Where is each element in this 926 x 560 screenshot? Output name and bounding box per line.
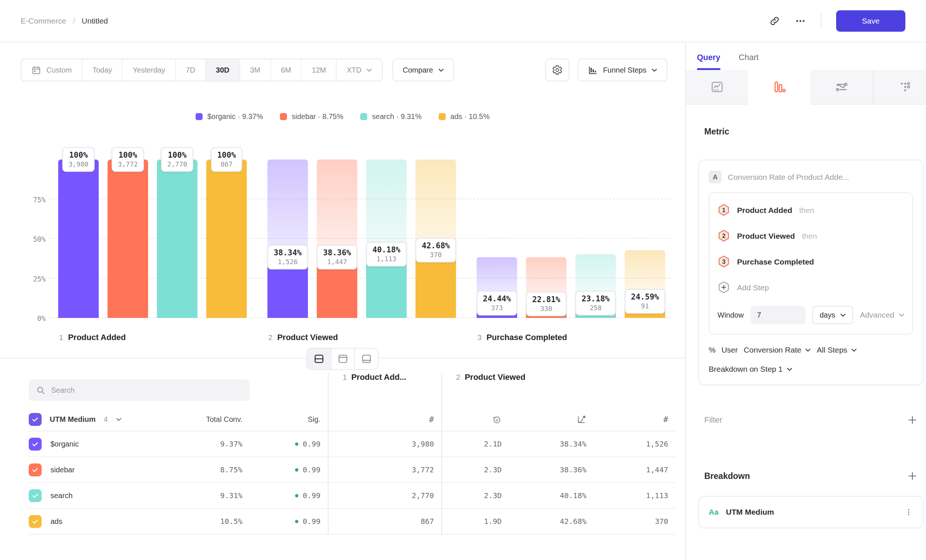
table-row-sidebar[interactable]: sidebar — [29, 457, 183, 483]
sig-column-header[interactable]: Sig. — [250, 408, 328, 431]
tab-query[interactable]: Query — [697, 53, 720, 70]
step-number: 1 — [59, 333, 64, 342]
legend-item-search[interactable]: search · 9.31% — [360, 112, 422, 121]
compare-button[interactable]: Compare — [392, 59, 454, 82]
funnel-bar-sidebar-step-1[interactable]: 100%3,772 — [107, 145, 148, 318]
date-range-button-xtd[interactable]: XTD — [336, 59, 382, 81]
table-row-organic[interactable]: $organic — [29, 431, 183, 457]
funnel-bar-search-step-3[interactable]: 23.18%258 — [575, 145, 616, 318]
breakdown-on-dropdown[interactable]: Breakdown on Step 1 — [709, 365, 792, 374]
date-range-button-7d[interactable]: 7D — [176, 59, 206, 81]
total-conv-column-header[interactable]: Total Conv. — [183, 408, 250, 431]
bar-percent: 23.18% — [582, 294, 610, 303]
bar-value-label: 24.59%91 — [625, 289, 665, 313]
funnel-bar-ads-step-2[interactable]: 42.68%370 — [416, 145, 456, 318]
step1-count-value: 3,980 — [328, 431, 441, 457]
funnel-bar-ads-step-1[interactable]: 100%867 — [206, 145, 247, 318]
window-value-input[interactable] — [750, 306, 806, 324]
add-step-hexagon-icon — [717, 281, 730, 294]
copy-link-button[interactable] — [769, 15, 780, 27]
chart-type-flows-tab[interactable] — [810, 70, 873, 104]
sig-number: 0.99 — [303, 491, 321, 500]
plus-icon — [907, 415, 917, 425]
row-label: $organic — [50, 440, 79, 448]
funnel-bar-ads-step-3[interactable]: 24.59%91 — [625, 145, 665, 318]
table-row-ads[interactable]: ads — [29, 509, 183, 534]
add-filter-button[interactable] — [907, 415, 917, 425]
table-step2-header: 2 Product Viewed — [441, 372, 676, 408]
funnel-bar-organic-step-3[interactable]: 24.44%373 — [477, 145, 517, 318]
step2-time-column-header[interactable] — [441, 408, 509, 431]
add-step-button[interactable]: Add Step — [717, 275, 904, 301]
row-checkbox[interactable] — [29, 438, 42, 451]
chart-type-funnel-tab[interactable] — [748, 70, 810, 104]
ellipsis-icon — [795, 15, 806, 27]
total-conv-value: 8.75% — [183, 457, 250, 483]
bar-count: 91 — [631, 302, 659, 309]
window-unit-select[interactable]: days — [812, 306, 853, 324]
save-button[interactable]: Save — [836, 10, 905, 32]
add-breakdown-button[interactable] — [907, 471, 917, 481]
metric-step-3[interactable]: 3Purchase Completed — [717, 249, 904, 275]
metric-step-1[interactable]: 1Product Addedthen — [717, 197, 904, 223]
row-checkbox[interactable] — [29, 463, 42, 476]
measure-steps-dropdown[interactable]: All Steps — [817, 345, 857, 354]
measure-entity[interactable]: User — [722, 345, 738, 354]
breakdown-property-card[interactable]: Aa UTM Medium — [698, 496, 923, 528]
metric-title-row[interactable]: A Conversion Rate of Product Adde... — [709, 171, 913, 183]
date-range-button-30d[interactable]: 30D — [205, 59, 239, 81]
funnel-bar-organic-step-1[interactable]: 100%3,980 — [58, 145, 99, 318]
bar-percent: 24.44% — [483, 294, 511, 303]
table-group-header[interactable]: UTM Medium 4 — [29, 408, 183, 431]
advanced-toggle[interactable]: Advanced — [860, 310, 904, 319]
metric-step-2[interactable]: 2Product Viewedthen — [717, 223, 904, 249]
tab-chart[interactable]: Chart — [739, 53, 759, 70]
breakdown-options-button[interactable] — [904, 508, 913, 516]
legend-item-ads[interactable]: ads · 10.5% — [439, 112, 490, 121]
layout-table-only-button[interactable] — [354, 348, 378, 369]
report-title[interactable]: Untitled — [82, 17, 108, 26]
date-range-button-12m[interactable]: 12M — [301, 59, 336, 81]
funnel-bar-sidebar-step-2[interactable]: 38.36%1,447 — [317, 145, 357, 318]
date-range-button-6m[interactable]: 6M — [270, 59, 301, 81]
step1-count-column-header[interactable]: # — [328, 408, 441, 431]
plus-icon — [907, 471, 917, 481]
date-range-button-today[interactable]: Today — [82, 59, 122, 81]
legend-swatch — [195, 113, 203, 120]
time-to-convert-icon — [492, 415, 502, 424]
layout-split-button[interactable] — [307, 348, 331, 369]
row-checkbox[interactable] — [29, 515, 42, 528]
more-menu-button[interactable] — [795, 15, 806, 27]
search-box[interactable] — [29, 380, 250, 401]
step2-rate-column-header[interactable] — [509, 408, 594, 431]
funnel-bar-search-step-2[interactable]: 40.18%1,113 — [366, 145, 407, 318]
chart-type-dropdown[interactable]: Funnel Steps — [578, 59, 667, 82]
legend-item-organic[interactable]: $organic · 9.37% — [195, 112, 263, 121]
window-unit-label: days — [820, 311, 835, 319]
date-range-button-3m[interactable]: 3M — [239, 59, 270, 81]
step2-count-column-header[interactable]: # — [594, 408, 676, 431]
measure-metric-dropdown[interactable]: Conversion Rate — [744, 345, 811, 354]
chart-settings-button[interactable] — [545, 59, 569, 82]
chart-type-retention-tab[interactable] — [873, 70, 926, 104]
funnel-bar-search-step-1[interactable]: 100%2,770 — [157, 145, 197, 318]
breadcrumb-project[interactable]: E-Commerce — [21, 17, 66, 26]
step1-count-value: 867 — [328, 509, 441, 534]
funnel-bar-organic-step-2[interactable]: 38.34%1,526 — [268, 145, 308, 318]
step2-time-value: 2.1D — [441, 431, 509, 457]
funnel-bar-sidebar-step-3[interactable]: 22.81%330 — [526, 145, 566, 318]
grid-dots-icon — [898, 80, 911, 94]
row-checkbox[interactable] — [29, 489, 42, 502]
layout-chart-only-button[interactable] — [331, 348, 354, 369]
bar-percent: 38.36% — [323, 248, 351, 257]
table-row-search[interactable]: search — [29, 483, 183, 509]
select-all-checkbox[interactable] — [29, 413, 42, 426]
chart-type-insights-tab[interactable] — [686, 70, 748, 104]
date-range-button-yesterday[interactable]: Yesterday — [122, 59, 175, 81]
kebab-icon — [904, 508, 913, 516]
search-input[interactable] — [51, 386, 242, 395]
chevron-down-icon — [652, 68, 657, 72]
date-range-button-custom[interactable]: Custom — [21, 59, 82, 81]
legend-item-sidebar[interactable]: sidebar · 8.75% — [280, 112, 343, 121]
date-range-label: 30D — [216, 66, 230, 74]
